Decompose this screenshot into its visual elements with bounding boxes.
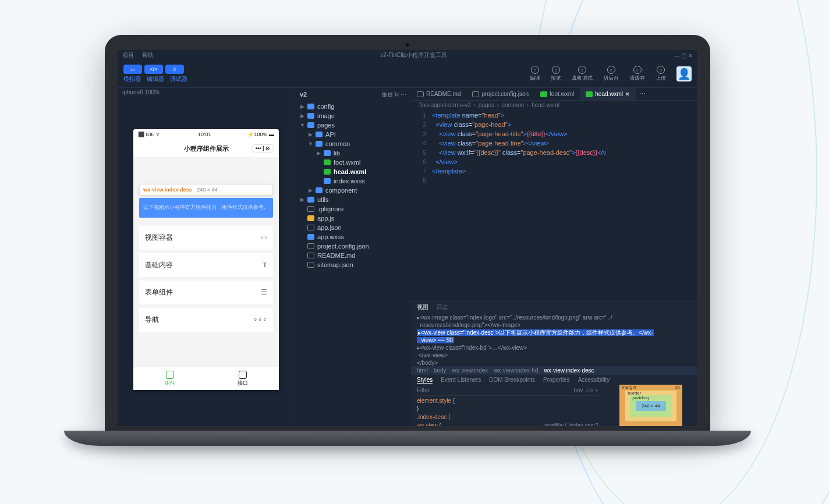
ide-window: 项目帮助 v2-FinClip小程序开发工具 — ▢ ✕ ▭ </> ⫴ 模拟器…: [118, 50, 697, 426]
editor-tab[interactable]: foot.wxml: [534, 88, 580, 100]
tree-node[interactable]: sitemap.json: [295, 260, 411, 269]
crumb[interactable]: html: [417, 367, 428, 374]
elements-tree[interactable]: ▸<wx-image class="index-logo" src="../re…: [411, 313, 697, 366]
inspect-highlight: 以下视图示小程序官方组件能力，组件样式仅供参考。: [139, 198, 273, 218]
file-explorer: v2 ⊞ ⊟ ↻ ⋯ ▶config▶image▼pages▶API▼commo…: [295, 87, 411, 426]
tree-node[interactable]: ▶lib: [295, 148, 411, 158]
project-root: v2: [300, 91, 307, 98]
styles-tab[interactable]: Styles: [417, 377, 433, 384]
list-item[interactable]: 视图容器▭: [139, 226, 273, 250]
debugger-toggle[interactable]: ⫴: [165, 65, 184, 74]
tree-node[interactable]: ▼pages: [295, 120, 411, 130]
crumb[interactable]: wx-view.index-hd: [494, 367, 538, 374]
toolbar-预览[interactable]: ○预览: [551, 66, 561, 82]
devtools-tab[interactable]: 日志: [437, 303, 448, 311]
styles-tab[interactable]: Event Listeners: [441, 377, 481, 384]
crumb[interactable]: wx-view.index: [452, 367, 488, 374]
toggle-label: 模拟器: [123, 75, 141, 83]
phone-battery: ⚡100% ▬: [247, 132, 274, 137]
toggle-label: 调试器: [170, 75, 187, 83]
tree-node[interactable]: app.js: [295, 214, 411, 223]
menu-item[interactable]: 帮助: [142, 51, 154, 59]
style-filter-controls[interactable]: :hov .cls +: [572, 386, 598, 394]
titlebar: 项目帮助 v2-FinClip小程序开发工具 — ▢ ✕: [118, 50, 697, 61]
phone-carrier: ⬛ IDE ᯤ: [138, 132, 161, 137]
tree-node[interactable]: project.config.json: [295, 242, 411, 251]
code-editor[interactable]: 1<template name="head">2 <view class="pa…: [411, 109, 697, 301]
tree-node[interactable]: ▶utils: [295, 195, 411, 204]
tree-node[interactable]: README.md: [295, 251, 411, 260]
list-item[interactable]: 导航∘∘∘: [139, 308, 273, 332]
toggle-label: 编辑器: [147, 75, 164, 83]
menu-item[interactable]: 项目: [122, 51, 134, 59]
simulator-pane: iphone6 100% ⬛ IDE ᯤ 10:01 ⚡100% ▬ 小程序组件…: [118, 87, 295, 426]
editor-tab[interactable]: head.wxml✕: [580, 88, 636, 100]
page-title: 小程序组件展示: [184, 144, 229, 153]
window-controls[interactable]: — ▢ ✕: [674, 52, 693, 59]
close-icon[interactable]: ✕: [625, 91, 630, 97]
main-toolbar: ▭ </> ⫴ 模拟器编辑器调试器 ○编译○预览○真机调试○切后台○清缓存○上传…: [118, 61, 697, 87]
style-filter-input[interactable]: Filter: [417, 386, 430, 394]
phone-preview[interactable]: ⬛ IDE ᯤ 10:01 ⚡100% ▬ 小程序组件展示 ••• | ⊙ wx…: [133, 129, 279, 390]
styles-tab[interactable]: Properties: [543, 377, 570, 384]
tree-node[interactable]: ▶API: [295, 130, 411, 139]
styles-tab[interactable]: Accessibility: [578, 377, 610, 384]
tree-node[interactable]: foot.wxml: [295, 158, 411, 167]
tree-node[interactable]: ▶component: [295, 186, 411, 195]
user-avatar[interactable]: 👤: [676, 66, 692, 81]
editor-toggle[interactable]: </>: [144, 65, 163, 74]
tree-node[interactable]: ▶config: [295, 102, 411, 111]
editor-tab[interactable]: project.config.json: [466, 88, 534, 100]
laptop-frame: 项目帮助 v2-FinClip小程序开发工具 — ▢ ✕ ▭ </> ⫴ 模拟器…: [93, 35, 722, 446]
list-item[interactable]: 表单组件☰: [139, 281, 273, 304]
tree-node[interactable]: .gitignore: [295, 204, 411, 214]
toolbar-真机调试[interactable]: ○真机调试: [572, 66, 593, 82]
phone-tab[interactable]: 组件: [133, 367, 206, 390]
toolbar-切后台[interactable]: ○切后台: [603, 66, 619, 82]
breadcrumb[interactable]: fino-applet-demo-v2 › pages › common › h…: [411, 101, 697, 109]
devtools-panel: 视图日志 ▸<wx-image class="index-logo" src="…: [411, 301, 697, 426]
capsule-button[interactable]: ••• | ⊙: [251, 144, 274, 152]
styles-pane[interactable]: Filter :hov .cls + element.style {}.inde…: [411, 385, 604, 426]
tree-node[interactable]: ▼common: [295, 139, 411, 148]
dom-breadcrumb[interactable]: htmlbodywx-view.indexwx-view.index-hdwx-…: [411, 366, 697, 375]
devtools-tab[interactable]: 视图: [417, 303, 428, 311]
styles-tab[interactable]: DOM Breakpoints: [489, 377, 535, 384]
inspect-tooltip: wx-view.index-desc 240 × 44: [139, 184, 273, 196]
crumb[interactable]: wx-view.index-desc: [544, 367, 594, 374]
laptop-base: [64, 431, 751, 446]
tree-node[interactable]: head.wxml: [295, 167, 411, 176]
toolbar-编译[interactable]: ○编译: [530, 66, 540, 82]
tree-node[interactable]: ▶image: [295, 111, 411, 120]
tree-node[interactable]: index.wxss: [295, 176, 411, 186]
simulator-status: iphone6 100%: [118, 87, 295, 97]
tree-node[interactable]: app.json: [295, 223, 411, 232]
phone-tab[interactable]: 接口: [206, 367, 279, 390]
phone-time: 10:01: [198, 132, 211, 137]
crumb[interactable]: body: [434, 367, 447, 374]
tab-overflow[interactable]: ⋯: [636, 90, 649, 98]
explorer-actions[interactable]: ⊞ ⊟ ↻ ⋯: [382, 91, 406, 98]
box-model: margin 10 border padding 240 × 44: [604, 385, 697, 426]
simulator-toggle[interactable]: ▭: [123, 65, 142, 74]
toolbar-清缓存[interactable]: ○清缓存: [629, 66, 645, 82]
camera-notch: [406, 43, 409, 47]
window-title: v2-FinClip小程序开发工具: [154, 51, 674, 59]
tree-node[interactable]: app.wxss: [295, 232, 411, 242]
toolbar-上传[interactable]: ○上传: [656, 66, 666, 82]
list-item[interactable]: 基础内容𝐓: [139, 253, 273, 277]
editor-tab[interactable]: README.md: [411, 88, 466, 100]
